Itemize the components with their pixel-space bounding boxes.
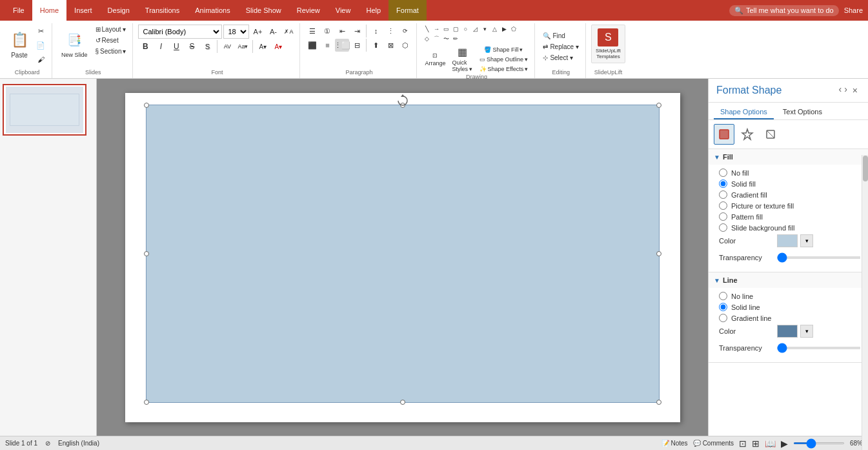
fill-color-dropdown[interactable]: ▾ (800, 234, 813, 247)
arrange-button[interactable]: ⊡ Arrange (422, 51, 448, 68)
font-name-select[interactable]: Calibri (Body) (138, 25, 222, 39)
justify-button[interactable]: ⊟ (350, 39, 364, 52)
convert-smartart-button[interactable]: ⟳ (398, 25, 412, 37)
freeform-shape[interactable]: ✏ (451, 34, 460, 43)
shape-fill-button[interactable]: 🪣 Shape Fill ▾ (477, 45, 531, 54)
underline-button[interactable]: U (169, 40, 183, 53)
reset-button[interactable]: ↺ Reset (93, 36, 129, 45)
font-size-select[interactable]: 18 (223, 25, 249, 39)
handle-tl[interactable] (144, 103, 149, 108)
tell-me-box[interactable]: 🔍 Tell me what you want to do (729, 5, 839, 16)
strikethrough-button[interactable]: S (185, 40, 199, 53)
panel-back-button[interactable]: ‹ (838, 84, 842, 97)
italic-button[interactable]: I (154, 40, 168, 53)
columns-button[interactable]: ⋮ (383, 25, 398, 37)
text-shadow-button[interactable]: S (200, 40, 214, 53)
canvas-area[interactable] (97, 79, 708, 436)
fill-color-swatch[interactable] (777, 234, 798, 247)
quick-styles-button[interactable]: ▦ QuickStyles ▾ (449, 45, 475, 74)
arrow-shape[interactable]: → (432, 25, 441, 34)
picture-fill-radio[interactable] (719, 201, 727, 210)
comments-button[interactable]: 💬 Comments (693, 440, 734, 447)
tab-review[interactable]: Review (289, 0, 328, 21)
share-button[interactable]: Share (844, 6, 863, 14)
view-reading-button[interactable]: 📖 (765, 438, 776, 449)
zoom-slider[interactable] (793, 442, 845, 444)
line-spacing-button[interactable]: ↕ (368, 25, 383, 37)
format-painter-button[interactable]: 🖌 (34, 53, 48, 66)
tri-shape[interactable]: △ (490, 25, 499, 34)
bold-button[interactable]: B (138, 40, 152, 53)
smartart-button[interactable]: ⬡ (398, 39, 412, 52)
scrollbar-thumb[interactable] (863, 156, 868, 181)
rect-shape[interactable]: ▭ (441, 25, 450, 34)
handle-ml[interactable] (144, 251, 149, 256)
fill-transparency-slider[interactable] (777, 256, 860, 259)
diamond-shape[interactable]: ◇ (422, 34, 431, 43)
slideuplift-templates-button[interactable]: S SlideUpLiftTemplates (591, 25, 625, 63)
language-label[interactable]: English (India) (58, 440, 99, 447)
wave-shape[interactable]: 〜 (441, 34, 450, 43)
handle-tr[interactable] (656, 103, 661, 108)
decrease-font-button[interactable]: A- (266, 25, 280, 38)
rounded-rect-shape[interactable]: ▢ (451, 25, 460, 34)
solid-line-radio[interactable] (719, 303, 727, 311)
ellipse-shape[interactable]: ○ (461, 25, 470, 34)
char-spacing-button[interactable]: AV (220, 40, 234, 53)
cut-button[interactable]: ✂ (34, 25, 48, 37)
panel-forward-button[interactable]: › (844, 84, 847, 97)
tab-transitions[interactable]: Transitions (137, 0, 187, 21)
rtarrow-shape[interactable]: ▶ (500, 25, 509, 34)
curve-shape[interactable]: ⌒ (432, 34, 441, 43)
handle-mr[interactable] (656, 251, 661, 256)
tab-insert[interactable]: Insert (66, 0, 100, 21)
slide-bg-fill-radio[interactable] (719, 223, 727, 232)
line-section-header[interactable]: ▼ Line (709, 272, 868, 288)
notes-button[interactable]: 📝 Notes (661, 440, 688, 447)
decrease-indent-button[interactable]: ⇤ (335, 25, 349, 37)
panel-close-button[interactable]: × (850, 84, 860, 97)
replace-button[interactable]: ⇄ Replace ▾ (540, 42, 581, 52)
copy-button[interactable]: 📄 (34, 39, 48, 52)
no-line-radio[interactable] (719, 292, 727, 300)
fill-section-header[interactable]: ▼ Fill (709, 149, 868, 165)
new-slide-button[interactable]: 📑 New Slide (57, 25, 92, 63)
accessibility-icon[interactable]: ⊘ (45, 440, 50, 447)
gradient-fill-radio[interactable] (719, 190, 727, 199)
clear-format-button[interactable]: ✗A (281, 25, 296, 38)
numbering-button[interactable]: ① (320, 25, 334, 37)
tab-home[interactable]: Home (32, 0, 66, 21)
solid-fill-radio[interactable] (719, 179, 727, 188)
effects-icon-btn[interactable] (737, 124, 758, 145)
align-right-button[interactable]: ⋮⬜ (335, 39, 349, 52)
shape-outline-button[interactable]: ▭ Shape Outline ▾ (477, 55, 531, 64)
panel-scrollbar[interactable] (862, 155, 868, 436)
fill-line-icon-btn[interactable] (714, 124, 734, 145)
tab-view[interactable]: View (328, 0, 359, 21)
tab-animations[interactable]: Animations (187, 0, 237, 21)
increase-indent-button[interactable]: ⇥ (350, 25, 364, 37)
find-button[interactable]: 🔍 Find (540, 31, 567, 41)
layout-button[interactable]: ⊞ Layout ▾ (93, 25, 129, 34)
tab-shape-options[interactable]: Shape Options (714, 105, 774, 119)
highlight-button[interactable]: A▾ (256, 40, 270, 53)
no-fill-radio[interactable] (719, 169, 727, 177)
right-tri-shape[interactable]: ◿ (470, 25, 479, 34)
font-color-button[interactable]: A▾ (271, 40, 285, 53)
slide-thumbnail[interactable] (3, 84, 86, 136)
handle-bl[interactable] (144, 400, 149, 405)
gradient-line-radio[interactable] (719, 314, 727, 322)
view-slideshow-button[interactable]: ▶ (781, 438, 788, 449)
pattern-fill-radio[interactable] (719, 212, 727, 221)
tab-format[interactable]: Format (389, 0, 427, 21)
line-transparency-slider[interactable] (777, 347, 860, 349)
line-color-dropdown[interactable]: ▾ (800, 325, 813, 338)
text-direction-button[interactable]: ⬆ (368, 39, 383, 52)
main-shape[interactable] (146, 105, 660, 403)
increase-font-button[interactable]: A+ (250, 25, 265, 38)
pentagon-shape[interactable]: ⬠ (509, 25, 518, 34)
more-shapes[interactable]: ▾ (480, 25, 489, 34)
size-position-icon-btn[interactable] (760, 124, 781, 145)
shape-effects-button[interactable]: ✨ Shape Effects ▾ (477, 65, 531, 74)
tab-help[interactable]: Help (358, 0, 389, 21)
